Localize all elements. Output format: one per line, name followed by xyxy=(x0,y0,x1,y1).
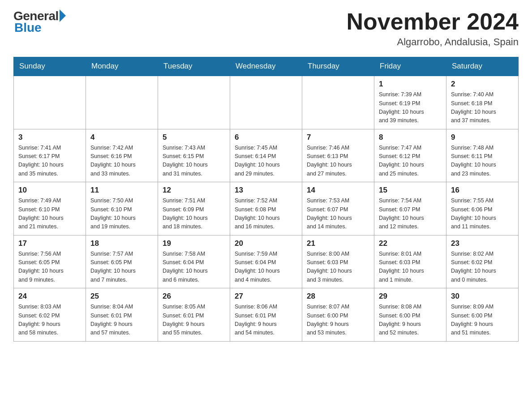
day-number: 2 xyxy=(451,80,514,89)
calendar-cell: 15Sunrise: 7:54 AMSunset: 6:07 PMDayligh… xyxy=(374,182,446,235)
day-info: Sunrise: 8:02 AMSunset: 6:02 PMDaylight:… xyxy=(451,250,514,285)
day-of-week-header: Tuesday xyxy=(158,57,230,76)
day-of-week-header: Monday xyxy=(86,57,158,76)
logo: General Blue xyxy=(13,9,66,35)
calendar-cell: 16Sunrise: 7:55 AMSunset: 6:06 PMDayligh… xyxy=(446,182,519,235)
day-of-week-header: Sunday xyxy=(14,57,86,76)
day-info: Sunrise: 7:43 AMSunset: 6:15 PMDaylight:… xyxy=(163,144,225,179)
day-info: Sunrise: 8:03 AMSunset: 6:02 PMDaylight:… xyxy=(18,303,81,338)
title-section: November 2024 Algarrobo, Andalusia, Spai… xyxy=(347,9,519,48)
calendar-cell: 11Sunrise: 7:50 AMSunset: 6:10 PMDayligh… xyxy=(86,182,158,235)
calendar-cell xyxy=(158,76,230,129)
day-number: 18 xyxy=(90,239,153,248)
day-info: Sunrise: 7:39 AMSunset: 6:19 PMDaylight:… xyxy=(379,90,442,125)
day-info: Sunrise: 7:49 AMSunset: 6:10 PMDaylight:… xyxy=(18,197,81,231)
day-number: 10 xyxy=(18,186,81,195)
calendar-cell: 29Sunrise: 8:08 AMSunset: 6:00 PMDayligh… xyxy=(374,288,446,342)
day-info: Sunrise: 7:45 AMSunset: 6:14 PMDaylight:… xyxy=(235,144,297,179)
calendar-week-row: 1Sunrise: 7:39 AMSunset: 6:19 PMDaylight… xyxy=(14,76,519,129)
day-number: 26 xyxy=(163,292,225,301)
day-info: Sunrise: 7:41 AMSunset: 6:17 PMDaylight:… xyxy=(18,144,81,179)
calendar-cell: 30Sunrise: 8:09 AMSunset: 6:00 PMDayligh… xyxy=(446,288,519,342)
day-number: 11 xyxy=(90,186,153,195)
calendar-header: SundayMondayTuesdayWednesdayThursdayFrid… xyxy=(14,57,519,76)
calendar-cell: 21Sunrise: 8:00 AMSunset: 6:03 PMDayligh… xyxy=(302,235,374,288)
day-info: Sunrise: 8:07 AMSunset: 6:00 PMDaylight:… xyxy=(307,303,369,338)
day-of-week-header: Wednesday xyxy=(230,57,302,76)
page-header: General Blue November 2024 Algarrobo, An… xyxy=(13,9,519,48)
day-info: Sunrise: 8:00 AMSunset: 6:03 PMDaylight:… xyxy=(307,250,369,285)
day-info: Sunrise: 8:05 AMSunset: 6:01 PMDaylight:… xyxy=(163,303,225,338)
calendar-week-row: 24Sunrise: 8:03 AMSunset: 6:02 PMDayligh… xyxy=(14,288,519,342)
calendar-cell: 2Sunrise: 7:40 AMSunset: 6:18 PMDaylight… xyxy=(446,76,519,129)
calendar-cell xyxy=(302,76,374,129)
calendar-cell: 4Sunrise: 7:42 AMSunset: 6:16 PMDaylight… xyxy=(86,129,158,182)
day-number: 5 xyxy=(163,133,225,142)
calendar-cell: 10Sunrise: 7:49 AMSunset: 6:10 PMDayligh… xyxy=(14,182,86,235)
calendar-cell: 17Sunrise: 7:56 AMSunset: 6:05 PMDayligh… xyxy=(14,235,86,288)
calendar-cell xyxy=(14,76,86,129)
day-of-week-header: Thursday xyxy=(302,57,374,76)
calendar-week-row: 3Sunrise: 7:41 AMSunset: 6:17 PMDaylight… xyxy=(14,129,519,182)
calendar-cell: 13Sunrise: 7:52 AMSunset: 6:08 PMDayligh… xyxy=(230,182,302,235)
calendar-cell: 20Sunrise: 7:59 AMSunset: 6:04 PMDayligh… xyxy=(230,235,302,288)
day-number: 19 xyxy=(163,239,225,248)
calendar-cell xyxy=(86,76,158,129)
day-number: 30 xyxy=(451,292,514,301)
logo-blue-text: Blue xyxy=(14,21,42,35)
day-number: 23 xyxy=(451,239,514,248)
month-title: November 2024 xyxy=(347,9,519,34)
day-number: 15 xyxy=(379,186,442,195)
day-number: 12 xyxy=(163,186,225,195)
day-number: 13 xyxy=(235,186,297,195)
calendar-cell: 28Sunrise: 8:07 AMSunset: 6:00 PMDayligh… xyxy=(302,288,374,342)
day-info: Sunrise: 7:50 AMSunset: 6:10 PMDaylight:… xyxy=(90,197,153,231)
day-number: 9 xyxy=(451,133,514,142)
day-number: 16 xyxy=(451,186,514,195)
day-of-week-header: Friday xyxy=(374,57,446,76)
calendar-cell: 12Sunrise: 7:51 AMSunset: 6:09 PMDayligh… xyxy=(158,182,230,235)
calendar-cell: 18Sunrise: 7:57 AMSunset: 6:05 PMDayligh… xyxy=(86,235,158,288)
day-number: 17 xyxy=(18,239,81,248)
day-number: 1 xyxy=(379,80,442,89)
day-info: Sunrise: 7:51 AMSunset: 6:09 PMDaylight:… xyxy=(163,197,225,231)
day-info: Sunrise: 8:09 AMSunset: 6:00 PMDaylight:… xyxy=(451,303,514,338)
calendar-cell: 7Sunrise: 7:46 AMSunset: 6:13 PMDaylight… xyxy=(302,129,374,182)
day-number: 6 xyxy=(235,133,297,142)
calendar-body: 1Sunrise: 7:39 AMSunset: 6:19 PMDaylight… xyxy=(14,76,519,341)
day-number: 4 xyxy=(90,133,153,142)
calendar-cell: 6Sunrise: 7:45 AMSunset: 6:14 PMDaylight… xyxy=(230,129,302,182)
calendar-cell: 5Sunrise: 7:43 AMSunset: 6:15 PMDaylight… xyxy=(158,129,230,182)
day-info: Sunrise: 7:58 AMSunset: 6:04 PMDaylight:… xyxy=(163,250,225,285)
calendar-cell: 23Sunrise: 8:02 AMSunset: 6:02 PMDayligh… xyxy=(446,235,519,288)
day-info: Sunrise: 7:56 AMSunset: 6:05 PMDaylight:… xyxy=(18,250,81,285)
day-info: Sunrise: 8:01 AMSunset: 6:03 PMDaylight:… xyxy=(379,250,442,285)
day-info: Sunrise: 7:54 AMSunset: 6:07 PMDaylight:… xyxy=(379,197,442,231)
calendar-cell: 26Sunrise: 8:05 AMSunset: 6:01 PMDayligh… xyxy=(158,288,230,342)
location: Algarrobo, Andalusia, Spain xyxy=(347,36,519,48)
days-header-row: SundayMondayTuesdayWednesdayThursdayFrid… xyxy=(14,57,519,76)
day-number: 21 xyxy=(307,239,369,248)
calendar-table: SundayMondayTuesdayWednesdayThursdayFrid… xyxy=(13,57,519,342)
day-number: 27 xyxy=(235,292,297,301)
calendar-cell: 9Sunrise: 7:48 AMSunset: 6:11 PMDaylight… xyxy=(446,129,519,182)
calendar-cell: 25Sunrise: 8:04 AMSunset: 6:01 PMDayligh… xyxy=(86,288,158,342)
day-info: Sunrise: 7:42 AMSunset: 6:16 PMDaylight:… xyxy=(90,144,153,179)
calendar-cell: 1Sunrise: 7:39 AMSunset: 6:19 PMDaylight… xyxy=(374,76,446,129)
calendar-cell: 19Sunrise: 7:58 AMSunset: 6:04 PMDayligh… xyxy=(158,235,230,288)
calendar-cell: 8Sunrise: 7:47 AMSunset: 6:12 PMDaylight… xyxy=(374,129,446,182)
calendar-cell: 3Sunrise: 7:41 AMSunset: 6:17 PMDaylight… xyxy=(14,129,86,182)
day-info: Sunrise: 7:52 AMSunset: 6:08 PMDaylight:… xyxy=(235,197,297,231)
day-number: 29 xyxy=(379,292,442,301)
day-info: Sunrise: 7:40 AMSunset: 6:18 PMDaylight:… xyxy=(451,90,514,125)
day-number: 7 xyxy=(307,133,369,142)
day-info: Sunrise: 7:59 AMSunset: 6:04 PMDaylight:… xyxy=(235,250,297,285)
calendar-cell xyxy=(230,76,302,129)
calendar-cell: 14Sunrise: 7:53 AMSunset: 6:07 PMDayligh… xyxy=(302,182,374,235)
day-number: 22 xyxy=(379,239,442,248)
day-info: Sunrise: 8:08 AMSunset: 6:00 PMDaylight:… xyxy=(379,303,442,338)
day-number: 8 xyxy=(379,133,442,142)
day-info: Sunrise: 7:48 AMSunset: 6:11 PMDaylight:… xyxy=(451,144,514,179)
calendar-week-row: 17Sunrise: 7:56 AMSunset: 6:05 PMDayligh… xyxy=(14,235,519,288)
day-number: 3 xyxy=(18,133,81,142)
